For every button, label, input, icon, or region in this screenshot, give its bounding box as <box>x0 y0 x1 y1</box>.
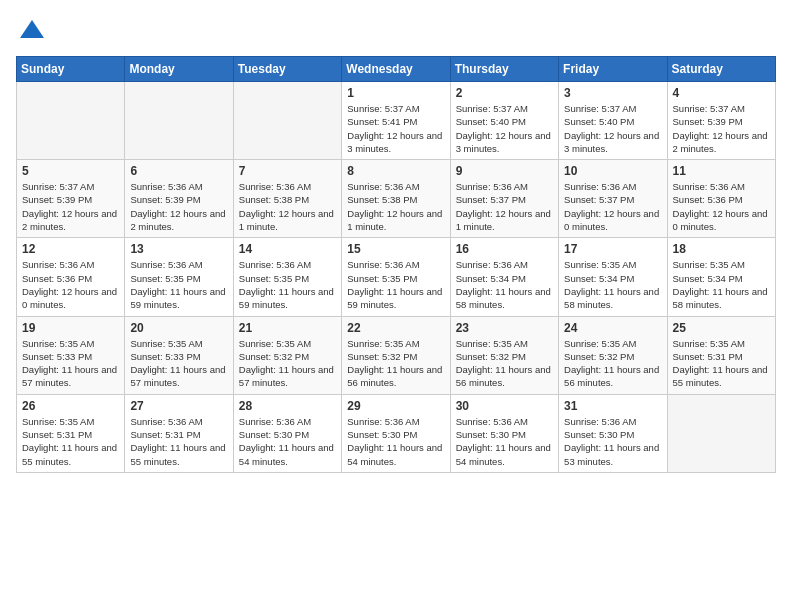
calendar-day <box>233 82 341 160</box>
calendar-day: 12Sunrise: 5:36 AMSunset: 5:36 PMDayligh… <box>17 238 125 316</box>
calendar-day <box>667 394 775 472</box>
day-number: 30 <box>456 399 553 413</box>
day-number: 27 <box>130 399 227 413</box>
day-info: Sunrise: 5:35 AMSunset: 5:34 PMDaylight:… <box>673 258 770 311</box>
day-info: Sunrise: 5:36 AMSunset: 5:30 PMDaylight:… <box>564 415 661 468</box>
calendar-day: 30Sunrise: 5:36 AMSunset: 5:30 PMDayligh… <box>450 394 558 472</box>
day-info: Sunrise: 5:35 AMSunset: 5:33 PMDaylight:… <box>130 337 227 390</box>
day-info: Sunrise: 5:35 AMSunset: 5:31 PMDaylight:… <box>22 415 119 468</box>
day-info: Sunrise: 5:36 AMSunset: 5:37 PMDaylight:… <box>456 180 553 233</box>
calendar-day <box>125 82 233 160</box>
day-number: 31 <box>564 399 661 413</box>
day-info: Sunrise: 5:37 AMSunset: 5:39 PMDaylight:… <box>673 102 770 155</box>
day-number: 15 <box>347 242 444 256</box>
logo-icon <box>18 16 46 44</box>
day-number: 17 <box>564 242 661 256</box>
day-number: 24 <box>564 321 661 335</box>
calendar-day: 29Sunrise: 5:36 AMSunset: 5:30 PMDayligh… <box>342 394 450 472</box>
day-info: Sunrise: 5:36 AMSunset: 5:34 PMDaylight:… <box>456 258 553 311</box>
day-info: Sunrise: 5:35 AMSunset: 5:34 PMDaylight:… <box>564 258 661 311</box>
day-info: Sunrise: 5:36 AMSunset: 5:35 PMDaylight:… <box>347 258 444 311</box>
day-info: Sunrise: 5:37 AMSunset: 5:39 PMDaylight:… <box>22 180 119 233</box>
day-info: Sunrise: 5:35 AMSunset: 5:31 PMDaylight:… <box>673 337 770 390</box>
calendar-day: 28Sunrise: 5:36 AMSunset: 5:30 PMDayligh… <box>233 394 341 472</box>
calendar-week-row: 1Sunrise: 5:37 AMSunset: 5:41 PMDaylight… <box>17 82 776 160</box>
day-number: 29 <box>347 399 444 413</box>
calendar-day: 1Sunrise: 5:37 AMSunset: 5:41 PMDaylight… <box>342 82 450 160</box>
calendar-day: 5Sunrise: 5:37 AMSunset: 5:39 PMDaylight… <box>17 160 125 238</box>
calendar-day: 22Sunrise: 5:35 AMSunset: 5:32 PMDayligh… <box>342 316 450 394</box>
calendar-day: 19Sunrise: 5:35 AMSunset: 5:33 PMDayligh… <box>17 316 125 394</box>
day-info: Sunrise: 5:37 AMSunset: 5:41 PMDaylight:… <box>347 102 444 155</box>
calendar-day: 31Sunrise: 5:36 AMSunset: 5:30 PMDayligh… <box>559 394 667 472</box>
calendar-day: 18Sunrise: 5:35 AMSunset: 5:34 PMDayligh… <box>667 238 775 316</box>
calendar-day: 16Sunrise: 5:36 AMSunset: 5:34 PMDayligh… <box>450 238 558 316</box>
calendar-day: 7Sunrise: 5:36 AMSunset: 5:38 PMDaylight… <box>233 160 341 238</box>
day-number: 18 <box>673 242 770 256</box>
day-number: 12 <box>22 242 119 256</box>
day-number: 26 <box>22 399 119 413</box>
day-number: 8 <box>347 164 444 178</box>
day-number: 11 <box>673 164 770 178</box>
calendar-header-wednesday: Wednesday <box>342 57 450 82</box>
calendar-day: 17Sunrise: 5:35 AMSunset: 5:34 PMDayligh… <box>559 238 667 316</box>
day-info: Sunrise: 5:37 AMSunset: 5:40 PMDaylight:… <box>456 102 553 155</box>
day-info: Sunrise: 5:35 AMSunset: 5:33 PMDaylight:… <box>22 337 119 390</box>
calendar-week-row: 12Sunrise: 5:36 AMSunset: 5:36 PMDayligh… <box>17 238 776 316</box>
day-info: Sunrise: 5:36 AMSunset: 5:30 PMDaylight:… <box>239 415 336 468</box>
calendar-day: 3Sunrise: 5:37 AMSunset: 5:40 PMDaylight… <box>559 82 667 160</box>
day-info: Sunrise: 5:37 AMSunset: 5:40 PMDaylight:… <box>564 102 661 155</box>
day-info: Sunrise: 5:35 AMSunset: 5:32 PMDaylight:… <box>564 337 661 390</box>
calendar-day: 25Sunrise: 5:35 AMSunset: 5:31 PMDayligh… <box>667 316 775 394</box>
day-info: Sunrise: 5:36 AMSunset: 5:39 PMDaylight:… <box>130 180 227 233</box>
day-info: Sunrise: 5:36 AMSunset: 5:30 PMDaylight:… <box>347 415 444 468</box>
calendar-day: 14Sunrise: 5:36 AMSunset: 5:35 PMDayligh… <box>233 238 341 316</box>
day-info: Sunrise: 5:36 AMSunset: 5:37 PMDaylight:… <box>564 180 661 233</box>
day-info: Sunrise: 5:35 AMSunset: 5:32 PMDaylight:… <box>456 337 553 390</box>
day-number: 9 <box>456 164 553 178</box>
calendar-day: 10Sunrise: 5:36 AMSunset: 5:37 PMDayligh… <box>559 160 667 238</box>
calendar-header-friday: Friday <box>559 57 667 82</box>
calendar-day: 23Sunrise: 5:35 AMSunset: 5:32 PMDayligh… <box>450 316 558 394</box>
day-number: 1 <box>347 86 444 100</box>
day-info: Sunrise: 5:35 AMSunset: 5:32 PMDaylight:… <box>239 337 336 390</box>
calendar-day: 9Sunrise: 5:36 AMSunset: 5:37 PMDaylight… <box>450 160 558 238</box>
calendar-day: 13Sunrise: 5:36 AMSunset: 5:35 PMDayligh… <box>125 238 233 316</box>
calendar-day: 26Sunrise: 5:35 AMSunset: 5:31 PMDayligh… <box>17 394 125 472</box>
day-info: Sunrise: 5:36 AMSunset: 5:38 PMDaylight:… <box>239 180 336 233</box>
calendar-day: 15Sunrise: 5:36 AMSunset: 5:35 PMDayligh… <box>342 238 450 316</box>
day-info: Sunrise: 5:36 AMSunset: 5:35 PMDaylight:… <box>239 258 336 311</box>
calendar-table: SundayMondayTuesdayWednesdayThursdayFrid… <box>16 56 776 473</box>
calendar-day: 6Sunrise: 5:36 AMSunset: 5:39 PMDaylight… <box>125 160 233 238</box>
calendar-day: 4Sunrise: 5:37 AMSunset: 5:39 PMDaylight… <box>667 82 775 160</box>
day-number: 4 <box>673 86 770 100</box>
day-info: Sunrise: 5:36 AMSunset: 5:36 PMDaylight:… <box>673 180 770 233</box>
calendar-header-saturday: Saturday <box>667 57 775 82</box>
calendar-day: 27Sunrise: 5:36 AMSunset: 5:31 PMDayligh… <box>125 394 233 472</box>
calendar-day: 2Sunrise: 5:37 AMSunset: 5:40 PMDaylight… <box>450 82 558 160</box>
calendar-week-row: 19Sunrise: 5:35 AMSunset: 5:33 PMDayligh… <box>17 316 776 394</box>
day-number: 14 <box>239 242 336 256</box>
day-number: 23 <box>456 321 553 335</box>
logo <box>16 16 46 44</box>
calendar-header-thursday: Thursday <box>450 57 558 82</box>
day-number: 5 <box>22 164 119 178</box>
calendar-header-sunday: Sunday <box>17 57 125 82</box>
day-number: 13 <box>130 242 227 256</box>
calendar-header-monday: Monday <box>125 57 233 82</box>
day-number: 2 <box>456 86 553 100</box>
day-number: 3 <box>564 86 661 100</box>
svg-marker-0 <box>20 20 44 38</box>
day-number: 22 <box>347 321 444 335</box>
calendar-week-row: 5Sunrise: 5:37 AMSunset: 5:39 PMDaylight… <box>17 160 776 238</box>
day-info: Sunrise: 5:36 AMSunset: 5:30 PMDaylight:… <box>456 415 553 468</box>
calendar-day: 8Sunrise: 5:36 AMSunset: 5:38 PMDaylight… <box>342 160 450 238</box>
day-number: 25 <box>673 321 770 335</box>
calendar-header-row: SundayMondayTuesdayWednesdayThursdayFrid… <box>17 57 776 82</box>
calendar-day: 20Sunrise: 5:35 AMSunset: 5:33 PMDayligh… <box>125 316 233 394</box>
calendar-week-row: 26Sunrise: 5:35 AMSunset: 5:31 PMDayligh… <box>17 394 776 472</box>
page-header <box>16 16 776 44</box>
day-number: 21 <box>239 321 336 335</box>
day-number: 10 <box>564 164 661 178</box>
day-number: 16 <box>456 242 553 256</box>
